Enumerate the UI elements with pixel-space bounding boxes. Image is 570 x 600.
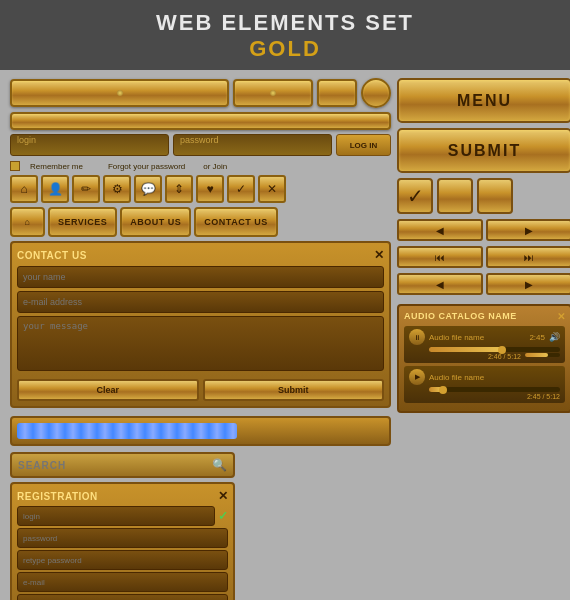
media-ctrl-row-1: ◀ ▶: [397, 219, 570, 241]
reg-retype-email-input[interactable]: [17, 594, 228, 600]
middle-column: MENU SUBMIT ✓ ◀ ▶ ⏮ ⏭ ◀ ▶ AUDIO CATALOG …: [397, 78, 570, 446]
contact-email-input[interactable]: [17, 291, 384, 313]
nav-services-btn[interactable]: SERVICES: [48, 207, 117, 237]
edit-icon-btn[interactable]: ✏: [72, 175, 100, 203]
nav-home-btn[interactable]: ⌂: [10, 207, 45, 237]
nav-about-btn[interactable]: ABOUT US: [120, 207, 191, 237]
icon-row: ⌂ 👤 ✏ ⚙ 💬 ⇕ ♥ ✓ ✕: [10, 175, 391, 203]
play-button-track2[interactable]: ▶: [409, 369, 425, 385]
contact-clear-btn[interactable]: Clear: [17, 379, 199, 401]
wide-btn-row: [10, 78, 391, 108]
heart-icon-btn[interactable]: ♥: [196, 175, 224, 203]
volume-bar-1[interactable]: [525, 353, 560, 357]
or-join-text[interactable]: or Join: [203, 162, 227, 171]
track1-name: Audio file name: [429, 333, 525, 342]
reg-retype-password-row: [17, 550, 228, 570]
contact-message-input[interactable]: [17, 316, 384, 371]
pause-button-track1[interactable]: ⏸: [409, 329, 425, 345]
search-icon[interactable]: 🔍: [212, 458, 227, 472]
reg-header: REGISTRATION ✕: [17, 489, 228, 503]
skip-fwd-btn[interactable]: ⏭: [486, 246, 570, 268]
contact-name-input[interactable]: [17, 266, 384, 288]
reg-close-btn[interactable]: ✕: [218, 489, 228, 503]
login-row: login password LOG IN: [10, 134, 391, 156]
track2-name: Audio file name: [429, 373, 560, 382]
contact-submit-btn[interactable]: Submit: [203, 379, 385, 401]
audio-catalog-header: AUDIO CATALOG NAME ✕: [404, 311, 565, 322]
reg-retype-password-input[interactable]: [17, 550, 228, 570]
prev-btn[interactable]: ◀: [397, 219, 483, 241]
progress-bar-container: [10, 416, 391, 446]
search-bar[interactable]: 🔍: [10, 452, 235, 478]
checkmark-btn[interactable]: ✓: [397, 178, 433, 214]
page-header: WEB ELEMENTS SET GOLD: [0, 0, 570, 70]
user-icon-btn[interactable]: 👤: [41, 175, 69, 203]
track1-progress-fill: [429, 347, 501, 352]
forgot-password-link[interactable]: Forgot your password: [108, 162, 185, 171]
skip-back-btn[interactable]: ⏮: [397, 246, 483, 268]
reg-email-row: [17, 572, 228, 592]
prev2-btn[interactable]: ◀: [397, 273, 483, 295]
audio-catalog-title: AUDIO CATALOG NAME: [404, 311, 517, 322]
submit-button[interactable]: SUBMIT: [397, 128, 570, 173]
small-buttons-row: ✓: [397, 178, 570, 214]
play-btn[interactable]: ▶: [486, 219, 570, 241]
reg-email-input[interactable]: [17, 572, 228, 592]
search-input[interactable]: [18, 460, 208, 471]
contact-form-buttons: Clear Submit: [17, 379, 384, 401]
track1-progress[interactable]: [429, 347, 560, 352]
track1-elapsed: 2:46 / 5:12: [488, 353, 521, 360]
media-ctrl-row-3: ◀ ▶: [397, 273, 570, 295]
reg-login-input[interactable]: [17, 506, 215, 526]
track1-time: 2:45: [529, 333, 545, 342]
track2-progress-dot: [439, 386, 447, 394]
contact-form-title: CONTACT US: [17, 250, 87, 261]
volume-icon-1: 🔊: [549, 332, 560, 342]
audio-catalog: AUDIO CATALOG NAME ✕ ⏸ Audio file name 2…: [397, 304, 570, 413]
audio-catalog-close[interactable]: ✕: [557, 311, 565, 322]
reg-password-row: [17, 528, 228, 548]
buttons-section: login password LOG IN Remember me Forgot…: [10, 78, 391, 446]
track2-progress[interactable]: [429, 387, 560, 392]
wide-button-1[interactable]: [10, 79, 229, 107]
registration-box: REGISTRATION ✕ ✓ Clear Submit: [10, 482, 235, 600]
settings-icon-btn[interactable]: ⚙: [103, 175, 131, 203]
bottom-left-section: CONTACT US ✕ Clear Submit: [10, 241, 391, 408]
square-btn-1[interactable]: [437, 178, 473, 214]
audio-track-1-row: ⏸ Audio file name 2:45 🔊: [409, 329, 560, 345]
wide-button-2[interactable]: [233, 79, 313, 107]
right-column: 🔍 REGISTRATION ✕ ✓: [10, 452, 235, 600]
login-sub-row: Remember me Forgot your password or Join: [10, 161, 391, 171]
audio-track-2-row: ▶ Audio file name: [409, 369, 560, 385]
nav-row: ⌂ SERVICES ABOUT US CONTACT US: [10, 207, 391, 237]
volume-fill-1: [525, 353, 548, 357]
contact-form-close[interactable]: ✕: [374, 248, 384, 262]
small-button-1[interactable]: [317, 79, 357, 107]
next2-btn[interactable]: ▶: [486, 273, 570, 295]
progress-bar: [17, 423, 237, 439]
audio-track-2: ▶ Audio file name 2:45 / 5:12: [404, 366, 565, 403]
reg-login-check-icon: ✓: [218, 509, 228, 523]
track1-progress-dot: [498, 346, 506, 354]
login-label: login: [17, 135, 162, 145]
contact-form: CONTACT US ✕ Clear Submit: [10, 241, 391, 408]
home-icon-btn[interactable]: ⌂: [10, 175, 38, 203]
reg-password-input[interactable]: [17, 528, 228, 548]
reg-retype-email-row: [17, 594, 228, 600]
password-input-wrapper: password: [173, 134, 332, 156]
menu-button[interactable]: MENU: [397, 78, 570, 123]
login-input-wrapper: login: [10, 134, 169, 156]
login-button[interactable]: LOG IN: [336, 134, 391, 156]
check-icon-btn[interactable]: ✓: [227, 175, 255, 203]
reg-login-row: ✓: [17, 506, 228, 526]
arrows-icon-btn[interactable]: ⇕: [165, 175, 193, 203]
remember-checkbox[interactable]: [10, 161, 20, 171]
nav-contact-btn[interactable]: CONTACT US: [194, 207, 277, 237]
close-icon-btn[interactable]: ✕: [258, 175, 286, 203]
circle-button[interactable]: [361, 78, 391, 108]
wide-btn-row-2: [10, 112, 391, 130]
wide-button-3[interactable]: [10, 112, 391, 130]
chat-icon-btn[interactable]: 💬: [134, 175, 162, 203]
reg-title: REGISTRATION: [17, 491, 98, 502]
square-btn-2[interactable]: [477, 178, 513, 214]
